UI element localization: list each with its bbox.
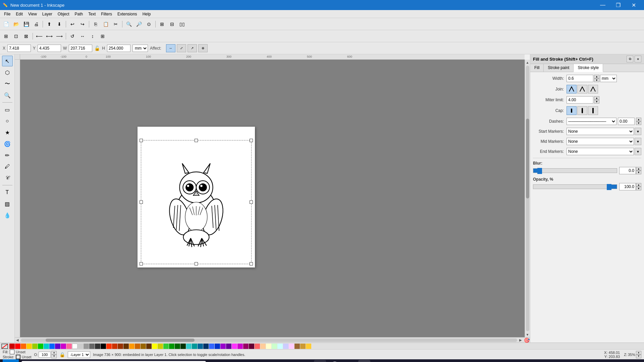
cut-button[interactable]: ✂ — [111, 19, 120, 29]
miter-input[interactable] — [567, 96, 593, 104]
flip-h[interactable]: ↔ — [78, 32, 87, 41]
blur-spin-up[interactable]: ▲ — [636, 167, 641, 171]
stroke-swatch[interactable] — [16, 355, 20, 359]
w-input[interactable] — [69, 45, 92, 52]
swatch-brown2[interactable] — [294, 344, 300, 349]
join-round[interactable] — [577, 85, 587, 94]
grid-button[interactable]: ⊟ — [167, 19, 177, 29]
snap-grid[interactable]: ⊠ — [21, 32, 31, 41]
dashes-spin-up[interactable]: ▲ — [636, 118, 641, 121]
swatch-purple[interactable] — [55, 344, 60, 349]
affect-btn-3[interactable]: ↗ — [187, 44, 197, 52]
snap-nodes[interactable]: ⊡ — [11, 32, 21, 41]
zoom-out-button[interactable]: 🔍 — [124, 19, 133, 29]
menu-edit[interactable]: Edit — [13, 11, 25, 17]
swatch-yellow-green[interactable] — [32, 344, 38, 349]
rect-tool[interactable]: ▭ — [2, 104, 13, 115]
swatch-maroon[interactable] — [249, 344, 254, 349]
swatch-teal[interactable] — [186, 344, 192, 349]
handle-ml[interactable] — [140, 200, 143, 204]
swatch-orange3[interactable] — [135, 344, 140, 349]
node-tool[interactable]: ⬡ — [2, 67, 13, 78]
join-bevel[interactable] — [588, 85, 598, 94]
h-input[interactable] — [107, 45, 130, 52]
swatch-olive[interactable] — [158, 344, 163, 349]
handle-bl[interactable] — [140, 262, 143, 265]
layer-select[interactable]: -Layer 1 — [68, 351, 90, 358]
cap-butt[interactable] — [567, 106, 577, 115]
x-input[interactable] — [7, 45, 31, 52]
zoom-in-button[interactable]: 🔎 — [134, 19, 144, 29]
zoom-spin-up[interactable]: ▲ — [636, 351, 641, 355]
page-view-button[interactable]: ▯▯ — [177, 19, 187, 29]
handle-br[interactable] — [250, 262, 253, 265]
undo-button[interactable]: ↩ — [68, 19, 77, 29]
swatch-steel-blue[interactable] — [198, 344, 203, 349]
mid-markers-select[interactable]: None Arrow — [567, 138, 634, 145]
align-left[interactable]: ⟵ — [35, 32, 44, 41]
taskbar-app8[interactable] — [402, 360, 415, 362]
minimize-button[interactable]: — — [595, 0, 610, 10]
swatch-purple2[interactable] — [226, 344, 231, 349]
menu-view[interactable]: View — [25, 11, 40, 17]
swatch-red[interactable] — [15, 344, 20, 349]
menu-path[interactable]: Path — [72, 11, 86, 17]
swatch-fuchsia2[interactable] — [237, 344, 243, 349]
vscroll-track[interactable] — [526, 66, 529, 331]
swatch-pale-green[interactable] — [272, 344, 277, 349]
panel-detach-button[interactable]: ⧉ — [627, 56, 633, 62]
blur-spin-down[interactable]: ▼ — [636, 171, 641, 174]
opacity-sb-up[interactable]: ▲ — [51, 351, 57, 355]
swatch-navy[interactable] — [203, 344, 209, 349]
align-right[interactable]: ⟶ — [55, 32, 64, 41]
miter-spin-down[interactable]: ▼ — [594, 100, 599, 104]
zoom-tool[interactable]: 🔍 — [2, 90, 13, 101]
panel-close-button[interactable]: ✕ — [635, 56, 641, 62]
taskbar-file-manager[interactable] — [373, 360, 385, 362]
swatch-orange2[interactable] — [129, 344, 135, 349]
redo-button[interactable]: ↪ — [78, 19, 87, 29]
export-button[interactable]: ⬇ — [55, 19, 64, 29]
handle-mr[interactable] — [250, 200, 253, 204]
pen-tool[interactable]: 🖊 — [2, 161, 13, 172]
start-button[interactable] — [3, 359, 19, 362]
select-tool[interactable]: ↖ — [2, 56, 13, 66]
swatch-near-black[interactable] — [95, 344, 100, 349]
pencil-tool[interactable]: ✏ — [2, 150, 13, 161]
swatch-lavender[interactable] — [283, 344, 288, 349]
open-button[interactable]: 📂 — [11, 19, 21, 29]
lock-icon[interactable]: 🔓 — [94, 46, 100, 51]
taskbar-edge[interactable] — [343, 360, 356, 362]
vscroll-up[interactable]: ▲ — [525, 60, 530, 65]
dashes-offset-input[interactable] — [618, 118, 635, 125]
join-miter[interactable] — [567, 85, 577, 94]
cap-square[interactable] — [588, 106, 598, 115]
opacity-input[interactable] — [39, 352, 51, 358]
blur-value-input[interactable] — [619, 167, 636, 174]
blur-slider-track[interactable] — [533, 168, 617, 173]
swatch-dark-pink[interactable] — [243, 344, 249, 349]
gradient-tool[interactable]: ▨ — [2, 198, 13, 209]
swatch-pale-pink[interactable] — [289, 344, 294, 349]
paste-button[interactable]: 📋 — [101, 19, 110, 29]
flip-v[interactable]: ↕ — [88, 32, 97, 41]
new-button[interactable]: 📄 — [1, 19, 11, 29]
swatch-violet[interactable] — [220, 344, 226, 349]
taskbar-task-view[interactable] — [299, 360, 311, 362]
affect-btn-2[interactable]: ⤢ — [177, 44, 186, 52]
swatch-green3[interactable] — [169, 344, 174, 349]
swatch-dark-brown[interactable] — [123, 344, 129, 349]
handle-tc[interactable] — [195, 139, 198, 142]
hscroll-left[interactable]: ◀ — [15, 338, 20, 343]
import-button[interactable]: ⬆ — [45, 19, 54, 29]
tab-stroke-paint[interactable]: Stroke paint — [544, 64, 574, 72]
cap-round[interactable] — [577, 106, 587, 115]
swatch-fuchsia[interactable] — [232, 344, 237, 349]
affect-btn-4[interactable]: ⊕ — [198, 44, 208, 52]
maximize-button[interactable]: ❐ — [610, 0, 626, 10]
menu-filters[interactable]: Filters — [98, 11, 115, 17]
menu-object[interactable]: Object — [55, 11, 72, 17]
swatch-green[interactable] — [38, 344, 43, 349]
swatch-orange[interactable] — [21, 344, 26, 349]
swatch-peach[interactable] — [260, 344, 266, 349]
